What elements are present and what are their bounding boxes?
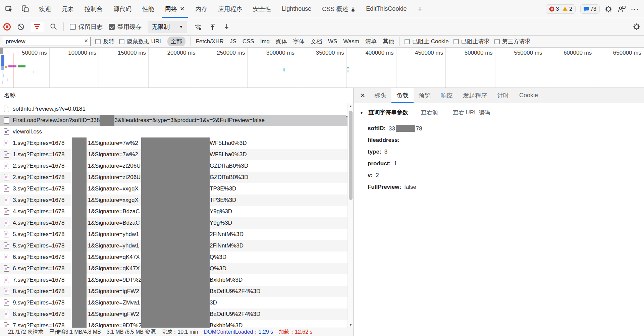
request-row[interactable]: 6.svg?Expires=16781&Signature=qK47XQ%3D <box>0 263 347 274</box>
tab-cookies[interactable]: Cookie <box>514 88 543 103</box>
filter-type-css[interactable]: CSS <box>242 38 255 45</box>
request-row[interactable]: 8.svg?Expires=16781&Signature=igFW2BaOdI… <box>0 286 347 297</box>
network-settings-gear-icon[interactable] <box>633 23 641 31</box>
record-network-log-icon[interactable] <box>3 23 11 31</box>
request-row[interactable]: 4.svg?Expires=16781&Signature=BdzaCY9g%3… <box>0 206 347 217</box>
filter-type-wasm[interactable]: Wasm <box>342 38 360 45</box>
error-warning-badge[interactable]: 3 2 <box>546 4 576 14</box>
request-row[interactable]: 7.svg?Expires=16781&Signature=9DT%2Bxkhb… <box>0 274 347 286</box>
tab-timing[interactable]: 计时 <box>492 88 514 103</box>
inspect-element-icon[interactable] <box>3 3 15 15</box>
request-row[interactable]: 9.svg?Expires=16781&Signature=ZMva13D <box>0 297 347 309</box>
list-scrollbar[interactable]: ▲ ▼ <box>347 103 353 328</box>
filter-icon[interactable] <box>31 22 44 32</box>
filter-type-all[interactable]: 全部 <box>167 37 185 46</box>
feedback-people-icon[interactable] <box>617 5 626 13</box>
request-row[interactable]: 2.svg?Expires=16781&Signature=zt206UGZDl… <box>0 172 347 183</box>
settings-gear-icon[interactable] <box>604 5 612 13</box>
request-row[interactable]: 8.svg?Expires=16781&Signature=igFW2BaOdI… <box>0 309 347 320</box>
hide-data-url-checkbox[interactable]: 隐藏数据 URL <box>119 38 163 45</box>
tab-performance[interactable]: 性能 <box>137 0 160 18</box>
tab-initiator[interactable]: 发起程序 <box>458 88 492 103</box>
invert-checkbox[interactable]: 反转 <box>95 38 114 45</box>
tab-payload[interactable]: 负载 <box>391 88 414 103</box>
request-row[interactable]: 6.svg?Expires=16781&Signature=qK47XQ%3D <box>0 251 347 263</box>
filter-input[interactable] <box>3 37 91 46</box>
filter-type-manifest[interactable]: 清单 <box>365 38 377 45</box>
request-name: 1&Signature=7w%2 <box>88 149 141 160</box>
disable-cache-checkbox[interactable]: 禁用缓存 <box>109 23 142 31</box>
network-overview-timeline[interactable]: 50000 ms 100000 ms 150000 ms 200000 ms 2… <box>0 48 644 88</box>
filter-type-fetch-xhr[interactable]: Fetch/XHR <box>195 38 224 45</box>
checkbox-unchecked[interactable] <box>119 39 124 44</box>
collapse-triangle-icon[interactable]: ▼ <box>360 110 364 115</box>
view-source-link[interactable]: 查看源 <box>421 109 438 116</box>
request-row[interactable]: softInfo.Preview.js?v=0.0181 <box>0 103 347 115</box>
filter-type-js[interactable]: JS <box>229 38 237 45</box>
tab-security[interactable]: 安全性 <box>248 0 276 18</box>
tab-response[interactable]: 响应 <box>436 88 458 103</box>
blocked-cookies-checkbox[interactable]: 已阻止 Cookie <box>405 38 449 45</box>
blocked-requests-checkbox[interactable]: 已阻止请求 <box>453 38 490 45</box>
filter-type-media[interactable]: 媒体 <box>275 38 288 45</box>
close-tab-icon[interactable]: ✕ <box>180 6 184 12</box>
redaction-box <box>72 172 87 183</box>
tab-application[interactable]: 应用程序 <box>213 0 248 18</box>
close-details-icon[interactable]: ✕ <box>356 88 369 103</box>
network-conditions-icon[interactable] <box>193 22 203 31</box>
request-row[interactable]: 3.svg?Expires=16781&Signature=xxgqXTP3E%… <box>0 194 347 206</box>
request-row[interactable]: 1.svg?Expires=16781&Signature=7w%2WF5Lha… <box>0 149 347 160</box>
tab-sources[interactable]: 源代码 <box>108 0 137 18</box>
filter-type-doc[interactable]: 文档 <box>310 38 323 45</box>
filter-type-font[interactable]: 字体 <box>292 38 305 45</box>
preserve-log-checkbox[interactable]: 保留日志 <box>70 23 103 31</box>
checkbox-checked[interactable] <box>109 24 115 30</box>
throttling-select[interactable]: 无限制 ▼ <box>148 21 187 33</box>
request-row[interactable]: 1.svg?Expires=16781&Signature=7w%2WF5Lha… <box>0 137 347 149</box>
request-row[interactable]: viewroll.css <box>0 126 347 137</box>
tab-memory[interactable]: 内存 <box>190 0 213 18</box>
import-har-icon[interactable] <box>209 23 217 31</box>
request-row[interactable]: 4.svg?Expires=16781&Signature=BdzaCY9g%3… <box>0 217 347 229</box>
more-options-icon[interactable]: ⋯ <box>631 4 639 14</box>
issues-badge[interactable]: 73 <box>580 4 600 14</box>
error-icon <box>549 6 554 12</box>
third-party-checkbox[interactable]: 第三方请求 <box>494 38 531 45</box>
filter-type-other[interactable]: 其他 <box>382 38 395 45</box>
tab-lighthouse[interactable]: Lighthouse <box>276 0 317 18</box>
filter-type-img[interactable]: Img <box>260 38 270 45</box>
checkbox-unchecked[interactable] <box>95 39 101 44</box>
tab-editthiscookie[interactable]: EditThisCookie <box>361 0 412 18</box>
timeline-tick: 350000 ms <box>297 48 347 88</box>
more-tabs-button[interactable]: + <box>412 0 428 18</box>
search-icon[interactable] <box>50 23 57 31</box>
tab-console[interactable]: 控制台 <box>79 0 108 18</box>
view-url-encoded-link[interactable]: 查看 URL 编码 <box>453 109 490 116</box>
section-title[interactable]: 查询字符串参数 <box>368 109 408 116</box>
filter-type-ws[interactable]: WS <box>327 38 338 45</box>
request-row[interactable]: 5.svg?Expires=16781&Signature=yhdw12FiNn… <box>0 229 347 240</box>
checkbox-unchecked[interactable] <box>494 39 500 44</box>
request-row[interactable]: 5.svg?Expires=16781&Signature=yhdw12FiNn… <box>0 240 347 251</box>
checkbox-unchecked[interactable] <box>70 24 76 30</box>
tab-headers[interactable]: 标头 <box>369 88 391 103</box>
tab-elements[interactable]: 元素 <box>56 0 79 18</box>
clear-network-log-icon[interactable] <box>17 23 25 31</box>
tab-css-overview[interactable]: CSS 概述 <box>317 0 361 18</box>
request-row-selected[interactable]: FirstLoadPreviewJson?softID=3383&fileadd… <box>0 115 347 126</box>
scroll-down-icon[interactable]: ▼ <box>348 323 353 327</box>
request-row[interactable]: 7.svg?Expires=16781&Signature=9DT%2Bxkhb… <box>0 320 347 328</box>
tab-welcome[interactable]: 欢迎 <box>34 0 56 18</box>
scrollbar-thumb[interactable] <box>349 111 353 200</box>
checkbox-unchecked[interactable] <box>453 39 459 44</box>
checkbox-unchecked[interactable] <box>405 39 410 44</box>
tab-network[interactable]: 网络 ✕ <box>160 0 190 18</box>
export-har-icon[interactable] <box>223 23 231 31</box>
column-header-name[interactable]: 名称 <box>0 88 353 103</box>
clear-filter-icon[interactable]: ✕ <box>84 38 88 44</box>
request-row[interactable]: 2.svg?Expires=16781&Signature=zt206UGZDl… <box>0 160 347 172</box>
device-toolbar-icon[interactable] <box>19 3 31 15</box>
tab-preview[interactable]: 预览 <box>414 88 436 103</box>
scroll-up-icon[interactable]: ▲ <box>348 104 353 108</box>
request-row[interactable]: 3.svg?Expires=16781&Signature=xxgqXTP3E%… <box>0 183 347 194</box>
